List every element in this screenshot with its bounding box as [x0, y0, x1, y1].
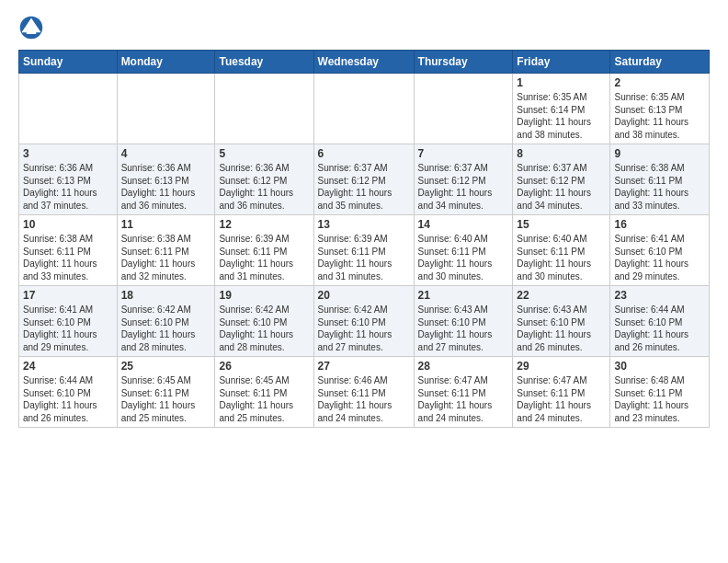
calendar-cell: 12Sunrise: 6:39 AM Sunset: 6:11 PM Dayli…: [215, 215, 313, 286]
calendar-cell: [215, 74, 313, 144]
day-number: 14: [418, 218, 509, 231]
calendar-day-header: Tuesday: [215, 51, 313, 74]
calendar-cell: 6Sunrise: 6:37 AM Sunset: 6:12 PM Daylig…: [313, 144, 414, 215]
day-info: Sunrise: 6:43 AM Sunset: 6:10 PM Dayligh…: [418, 304, 509, 353]
day-number: 12: [219, 218, 309, 231]
day-number: 11: [121, 218, 211, 231]
calendar-cell: 7Sunrise: 6:37 AM Sunset: 6:12 PM Daylig…: [414, 144, 513, 215]
logo-icon: [18, 15, 44, 40]
day-info: Sunrise: 6:36 AM Sunset: 6:12 PM Dayligh…: [219, 162, 309, 212]
day-number: 19: [219, 289, 309, 302]
day-info: Sunrise: 6:35 AM Sunset: 6:13 PM Dayligh…: [614, 91, 705, 141]
day-number: 7: [418, 147, 509, 160]
calendar-cell: 5Sunrise: 6:36 AM Sunset: 6:12 PM Daylig…: [215, 144, 313, 215]
calendar-cell: 24Sunrise: 6:44 AM Sunset: 6:10 PM Dayli…: [19, 357, 118, 428]
day-number: 21: [418, 289, 509, 302]
day-info: Sunrise: 6:38 AM Sunset: 6:11 PM Dayligh…: [614, 162, 705, 212]
day-number: 13: [318, 218, 410, 231]
day-info: Sunrise: 6:38 AM Sunset: 6:11 PM Dayligh…: [121, 233, 211, 282]
day-info: Sunrise: 6:44 AM Sunset: 6:10 PM Dayligh…: [614, 304, 705, 353]
calendar-cell: 2Sunrise: 6:35 AM Sunset: 6:13 PM Daylig…: [610, 74, 710, 144]
calendar-cell: 10Sunrise: 6:38 AM Sunset: 6:11 PM Dayli…: [19, 215, 118, 286]
calendar-cell: 21Sunrise: 6:43 AM Sunset: 6:10 PM Dayli…: [414, 286, 513, 357]
day-info: Sunrise: 6:42 AM Sunset: 6:10 PM Dayligh…: [318, 304, 410, 353]
day-number: 9: [614, 147, 705, 160]
calendar-cell: 9Sunrise: 6:38 AM Sunset: 6:11 PM Daylig…: [610, 144, 710, 215]
day-number: 2: [614, 76, 705, 89]
calendar-cell: 22Sunrise: 6:43 AM Sunset: 6:10 PM Dayli…: [513, 286, 610, 357]
day-number: 10: [23, 218, 113, 231]
day-info: Sunrise: 6:45 AM Sunset: 6:11 PM Dayligh…: [219, 374, 309, 424]
calendar-cell: [19, 74, 118, 144]
calendar-cell: 11Sunrise: 6:38 AM Sunset: 6:11 PM Dayli…: [117, 215, 215, 286]
day-info: Sunrise: 6:47 AM Sunset: 6:11 PM Dayligh…: [517, 374, 606, 424]
calendar-cell: 16Sunrise: 6:41 AM Sunset: 6:10 PM Dayli…: [610, 215, 710, 286]
day-info: Sunrise: 6:44 AM Sunset: 6:10 PM Dayligh…: [23, 374, 113, 424]
day-number: 6: [318, 147, 410, 160]
calendar-cell: 19Sunrise: 6:42 AM Sunset: 6:10 PM Dayli…: [215, 286, 313, 357]
day-number: 23: [614, 289, 705, 302]
calendar-cell: 17Sunrise: 6:41 AM Sunset: 6:10 PM Dayli…: [19, 286, 118, 357]
day-number: 8: [517, 147, 606, 160]
calendar-cell: 18Sunrise: 6:42 AM Sunset: 6:10 PM Dayli…: [117, 286, 215, 357]
calendar-day-header: Sunday: [19, 51, 118, 74]
calendar-cell: 26Sunrise: 6:45 AM Sunset: 6:11 PM Dayli…: [215, 357, 313, 428]
day-number: 3: [23, 147, 113, 160]
day-info: Sunrise: 6:39 AM Sunset: 6:11 PM Dayligh…: [318, 233, 410, 282]
calendar-cell: 3Sunrise: 6:36 AM Sunset: 6:13 PM Daylig…: [19, 144, 118, 215]
day-info: Sunrise: 6:37 AM Sunset: 6:12 PM Dayligh…: [318, 162, 410, 212]
day-info: Sunrise: 6:42 AM Sunset: 6:10 PM Dayligh…: [219, 304, 309, 353]
day-info: Sunrise: 6:47 AM Sunset: 6:11 PM Dayligh…: [418, 374, 509, 424]
day-info: Sunrise: 6:40 AM Sunset: 6:11 PM Dayligh…: [418, 233, 509, 282]
day-number: 1: [517, 76, 606, 89]
day-info: Sunrise: 6:41 AM Sunset: 6:10 PM Dayligh…: [614, 233, 705, 282]
day-info: Sunrise: 6:38 AM Sunset: 6:11 PM Dayligh…: [23, 233, 113, 282]
day-number: 29: [517, 360, 606, 373]
calendar-cell: 14Sunrise: 6:40 AM Sunset: 6:11 PM Dayli…: [414, 215, 513, 286]
day-number: 26: [219, 360, 309, 373]
calendar-week-row: 3Sunrise: 6:36 AM Sunset: 6:13 PM Daylig…: [19, 144, 710, 215]
day-info: Sunrise: 6:36 AM Sunset: 6:13 PM Dayligh…: [23, 162, 113, 212]
calendar-day-header: Saturday: [610, 51, 710, 74]
logo: [18, 15, 48, 40]
calendar: SundayMondayTuesdayWednesdayThursdayFrid…: [18, 50, 710, 428]
day-number: 16: [614, 218, 705, 231]
day-number: 28: [418, 360, 509, 373]
calendar-cell: 4Sunrise: 6:36 AM Sunset: 6:13 PM Daylig…: [117, 144, 215, 215]
day-info: Sunrise: 6:46 AM Sunset: 6:11 PM Dayligh…: [318, 374, 410, 424]
calendar-cell: [117, 74, 215, 144]
day-number: 30: [614, 360, 705, 373]
calendar-week-row: 24Sunrise: 6:44 AM Sunset: 6:10 PM Dayli…: [19, 357, 710, 428]
day-info: Sunrise: 6:37 AM Sunset: 6:12 PM Dayligh…: [418, 162, 509, 212]
day-number: 5: [219, 147, 309, 160]
calendar-week-row: 1Sunrise: 6:35 AM Sunset: 6:14 PM Daylig…: [19, 74, 710, 144]
calendar-day-header: Friday: [513, 51, 610, 74]
calendar-cell: 8Sunrise: 6:37 AM Sunset: 6:12 PM Daylig…: [513, 144, 610, 215]
calendar-day-header: Thursday: [414, 51, 513, 74]
calendar-cell: [414, 74, 513, 144]
day-info: Sunrise: 6:43 AM Sunset: 6:10 PM Dayligh…: [517, 304, 606, 353]
day-info: Sunrise: 6:48 AM Sunset: 6:11 PM Dayligh…: [614, 374, 705, 424]
day-number: 4: [121, 147, 211, 160]
header: [18, 15, 710, 40]
calendar-cell: [313, 74, 414, 144]
day-info: Sunrise: 6:36 AM Sunset: 6:13 PM Dayligh…: [121, 162, 211, 212]
day-info: Sunrise: 6:37 AM Sunset: 6:12 PM Dayligh…: [517, 162, 606, 212]
day-info: Sunrise: 6:39 AM Sunset: 6:11 PM Dayligh…: [219, 233, 309, 282]
day-number: 20: [318, 289, 410, 302]
day-number: 22: [517, 289, 606, 302]
day-number: 24: [23, 360, 113, 373]
day-info: Sunrise: 6:40 AM Sunset: 6:11 PM Dayligh…: [517, 233, 606, 282]
calendar-cell: 27Sunrise: 6:46 AM Sunset: 6:11 PM Dayli…: [313, 357, 414, 428]
calendar-cell: 15Sunrise: 6:40 AM Sunset: 6:11 PM Dayli…: [513, 215, 610, 286]
calendar-day-header: Monday: [117, 51, 215, 74]
day-info: Sunrise: 6:41 AM Sunset: 6:10 PM Dayligh…: [23, 304, 113, 353]
calendar-cell: 25Sunrise: 6:45 AM Sunset: 6:11 PM Dayli…: [117, 357, 215, 428]
calendar-cell: 28Sunrise: 6:47 AM Sunset: 6:11 PM Dayli…: [414, 357, 513, 428]
calendar-header-row: SundayMondayTuesdayWednesdayThursdayFrid…: [19, 51, 710, 74]
day-number: 15: [517, 218, 606, 231]
calendar-day-header: Wednesday: [313, 51, 414, 74]
day-info: Sunrise: 6:45 AM Sunset: 6:11 PM Dayligh…: [121, 374, 211, 424]
svg-rect-2: [27, 29, 37, 34]
page: SundayMondayTuesdayWednesdayThursdayFrid…: [0, 0, 728, 439]
